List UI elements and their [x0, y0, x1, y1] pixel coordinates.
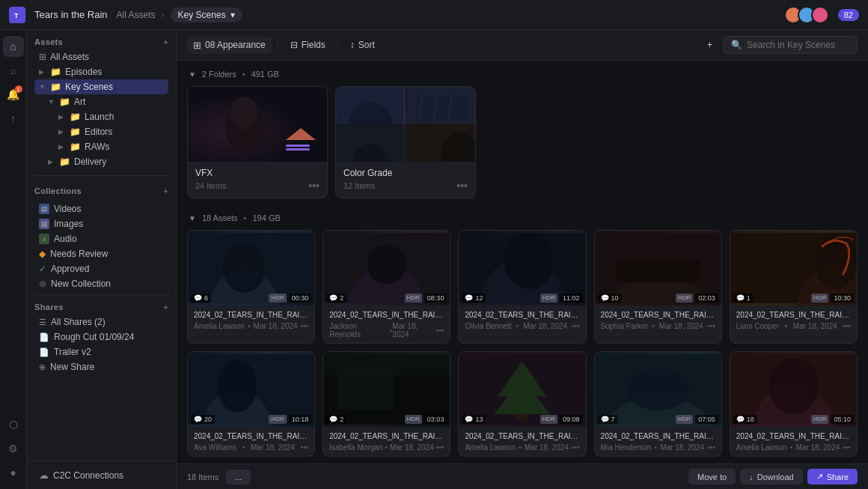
sidebar-divider-1 — [34, 175, 168, 176]
folder-info-grade: Color Grade 12 Items ••• — [336, 162, 475, 198]
comment-badge-0: 💬 6 — [191, 294, 211, 303]
asset-name-0: 2024_02_TEARS_IN_THE_RAIN_CAR_CU_SCENE_0… — [194, 310, 308, 320]
breadcrumb: All Assets › Key Scenes ▾ — [117, 7, 242, 22]
asset-card-0[interactable]: 💬 6 HDR 00:30 2024_02_TEARS_IN_TH — [187, 230, 315, 344]
asset-card-3[interactable]: 💬 10 HDR 02:03 2024_02_TEARS_IN_T — [594, 230, 722, 344]
nav-all-assets[interactable]: All Assets — [117, 10, 156, 20]
sidebar-item-raws[interactable]: ▶ 📁 RAWs — [55, 139, 168, 154]
collab-avatars — [789, 6, 829, 24]
sidebar-item-images[interactable]: ▤ Images — [27, 216, 176, 231]
sidebar-item-trailer[interactable]: 📄 Trailer v2 — [34, 344, 168, 359]
sidebar-item-needs-review[interactable]: ◆ Needs Review — [27, 246, 176, 261]
sort-button[interactable]: ↕ Sort — [344, 37, 381, 53]
asset-more-3[interactable]: ••• — [707, 322, 715, 330]
sidebar-item-rough-cut[interactable]: 📄 Rough Cut 01/09/24 — [34, 329, 168, 344]
asset-more-7[interactable]: ••• — [572, 443, 580, 452]
nav-key-scenes[interactable]: Key Scenes ▾ — [171, 7, 242, 22]
share-button[interactable]: ↗ Share — [807, 469, 858, 485]
user-icon[interactable]: ● — [3, 462, 24, 483]
asset-thumb-5: 💬 20 HDR 10:18 — [188, 352, 314, 427]
comment-icon-3: 💬 — [601, 294, 609, 302]
folder-more-grade[interactable]: ••• — [456, 180, 468, 192]
upload-icon[interactable]: ↑ — [3, 108, 24, 129]
c2c-section: ☁ C2C Connections — [27, 461, 176, 489]
comment-badge-9: 💬 18 — [733, 415, 757, 424]
thumb-badges-right-1: HDR 08:30 — [405, 294, 447, 303]
collab-count[interactable]: 82 — [838, 9, 859, 21]
folder-card-grade[interactable]: Color Grade 12 Items ••• — [335, 86, 476, 198]
sidebar-item-videos[interactable]: ▤ Videos — [27, 201, 176, 216]
sidebar-item-all-assets[interactable]: ⊞ All Assets — [34, 49, 168, 64]
settings-icon[interactable]: ⚙ — [3, 438, 24, 459]
folder-more-vfx[interactable]: ••• — [308, 180, 320, 192]
sidebar-item-key-scenes[interactable]: ▼ 📁 Key Scenes — [34, 79, 168, 94]
asset-more-2[interactable]: ••• — [572, 322, 580, 330]
sidebar-item-approved[interactable]: ✓ Approved — [27, 261, 176, 276]
asset-card-9[interactable]: 💬 18 HDR 05:10 2024_02_TEARS_IN_T — [730, 351, 858, 457]
hdr-badge-1: HDR — [405, 294, 422, 303]
home-icon[interactable]: ⌂ — [3, 36, 24, 57]
chevron-icon: ▶ — [58, 128, 66, 136]
asset-more-9[interactable]: ••• — [843, 443, 851, 452]
comment-badge-6: 💬 2 — [326, 415, 346, 424]
thumb-badges-right-5: HDR 10:18 — [269, 415, 311, 424]
puzzle-icon[interactable]: ⬡ — [3, 414, 24, 435]
section-chevron[interactable]: ▼ — [189, 70, 196, 79]
sidebar-item-delivery[interactable]: ▶ 📁 Delivery — [45, 154, 168, 169]
thumb-badges-right-0: HDR 00:30 — [269, 294, 311, 303]
comment-icon-0: 💬 — [194, 294, 202, 302]
asset-more-5[interactable]: ••• — [301, 443, 309, 452]
asset-card-8[interactable]: 💬 7 HDR 07:05 2024_02_TEARS_IN_TH — [594, 351, 722, 457]
asset-card-4[interactable]: 💬 1 HDR 10:30 2024_02_TEARS_IN_TH — [730, 230, 858, 344]
sidebar-item-art[interactable]: ▼ 📁 Art — [45, 94, 168, 109]
asset-card-6[interactable]: 💬 2 HDR 03:03 2024_02_TEARS_IN_TH — [323, 351, 450, 457]
comment-icon-1: 💬 — [329, 294, 337, 302]
asset-card-2[interactable]: 💬 12 HDR 11:02 2024_02_TEARS_IN_T — [458, 230, 586, 344]
add-collection-button[interactable]: + — [163, 186, 168, 195]
asset-more-8[interactable]: ••• — [707, 443, 715, 452]
svg-rect-39 — [516, 414, 528, 421]
asset-more-6[interactable]: ••• — [436, 443, 444, 452]
sidebar-item-all-shares[interactable]: ☰ All Shares (2) — [34, 315, 168, 329]
folder-card-vfx[interactable]: VFX 24 items ••• — [187, 86, 328, 198]
topbar: T Tears in the Rain All Assets › Key Sce… — [0, 0, 868, 30]
sidebar-item-c2c[interactable]: ☁ C2C Connections — [34, 467, 168, 483]
grade-svg-1 — [336, 87, 406, 124]
asset-meta-2: Olivia Bennett • Mar 18, 2024 ••• — [465, 322, 579, 330]
asset-more-0[interactable]: ••• — [301, 322, 309, 330]
asset-card-1[interactable]: 💬 2 HDR 08:30 2024_02_TEARS_IN_TH — [323, 230, 450, 344]
asset-card-7[interactable]: 💬 13 HDR 09:08 2024_02_TEARS_IN_T — [458, 351, 586, 457]
new-share-button[interactable]: ⊕ New Share — [34, 359, 168, 374]
key-folder-icon: 📁 — [50, 82, 61, 92]
notifications-icon[interactable]: 🔔 1 — [3, 84, 24, 105]
assets-section-chevron[interactable]: ▼ — [189, 214, 196, 222]
sidebar-item-launch[interactable]: ▶ 📁 Launch — [55, 109, 168, 124]
main-layout: ⌂ ⌕ 🔔 1 ↑ ⬡ ⚙ ● Assets + ⊞ All Assets ▶ … — [0, 30, 868, 489]
add-asset-button[interactable]: + — [163, 37, 168, 46]
search-icon[interactable]: ⌕ — [3, 60, 24, 81]
search-input[interactable] — [747, 40, 844, 50]
search-box: 🔍 — [723, 36, 858, 54]
asset-more-1[interactable]: ••• — [436, 326, 444, 335]
add-button[interactable]: + — [701, 37, 718, 53]
comment-badge-8: 💬 7 — [598, 415, 618, 424]
fields-button[interactable]: ⊟ Fields — [284, 37, 331, 53]
asset-info-6: 2024_02_TEARS_IN_THE_RAIN_EXTERIOR_CAR_C… — [323, 427, 450, 456]
sidebar-item-editors[interactable]: ▶ 📁 Editors — [55, 124, 168, 139]
download-button[interactable]: ↓ Download — [740, 469, 802, 485]
add-share-button[interactable]: + — [163, 303, 168, 312]
move-to-button[interactable]: Move to — [688, 469, 736, 485]
download-icon: ↓ — [749, 473, 754, 482]
sidebar-item-audio[interactable]: ♪ Audio — [27, 231, 176, 246]
asset-more-4[interactable]: ••• — [843, 322, 851, 330]
appearance-button[interactable]: ⊞ 08 Appearance — [187, 37, 272, 54]
assets-section-header: ▼ 18 Assets • 194 GB — [187, 213, 858, 222]
comment-icon-8: 💬 — [601, 416, 609, 423]
svg-rect-8 — [415, 94, 466, 121]
asset-card-5[interactable]: 💬 20 HDR 10:18 2024_02_TEARS_IN_T — [187, 351, 315, 457]
more-options-button[interactable]: ... — [226, 470, 251, 485]
sidebar-item-episodes[interactable]: ▶ 📁 Episodes — [34, 64, 168, 79]
duration-badge-5: 10:18 — [289, 415, 312, 424]
new-collection-button[interactable]: ⊕ New Collection — [27, 276, 176, 291]
folders-grid: VFX 24 items ••• — [187, 86, 858, 198]
